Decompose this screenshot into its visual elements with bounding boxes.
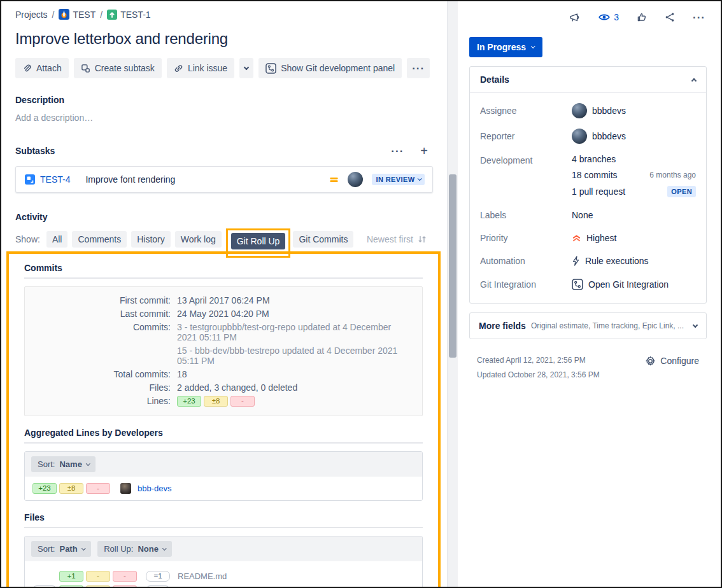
issue-sidebar: 3 ··· In Progress Details bbox=[458, 1, 721, 587]
link-issue-button[interactable]: Link issue bbox=[167, 58, 234, 78]
dev-lines-deleted-badge: - bbox=[86, 483, 110, 494]
attach-button[interactable]: Attach bbox=[15, 58, 69, 78]
subtask-key-link[interactable]: TEST-4 bbox=[40, 174, 70, 185]
sidebar-more-button[interactable]: ··· bbox=[691, 11, 707, 24]
subtask-summary: Improve font rendering bbox=[85, 174, 329, 185]
git-integration-value[interactable]: Open Git Integration bbox=[572, 279, 696, 290]
commits-heading: Commits bbox=[24, 263, 423, 273]
git-integration-text: Open Git Integration bbox=[588, 279, 669, 290]
status-dropdown-button[interactable]: In Progress bbox=[469, 37, 542, 57]
lines-deleted-badge: - bbox=[230, 396, 255, 407]
ellipsis-icon: ··· bbox=[391, 145, 404, 157]
sort-arrows-icon bbox=[418, 235, 427, 244]
tab-git-roll-up[interactable]: Git Roll Up bbox=[231, 233, 286, 249]
description-placeholder[interactable]: Add a description… bbox=[15, 113, 438, 123]
watch-button[interactable]: 3 bbox=[597, 11, 620, 24]
main-content: Projects / TEST / TEST-1 Improve letterb… bbox=[1, 1, 447, 587]
chevron-down-icon bbox=[81, 546, 85, 550]
last-commit-value: 24 May 2021 04:20 PM bbox=[177, 309, 413, 319]
link-issue-dropdown-button[interactable] bbox=[239, 58, 253, 78]
tab-comments[interactable]: Comments bbox=[72, 231, 127, 248]
chevron-down-icon bbox=[418, 176, 421, 180]
sort-order-label: Newest first bbox=[367, 234, 413, 244]
subtasks-more-button[interactable]: ··· bbox=[388, 144, 406, 158]
configure-button[interactable]: Configure bbox=[641, 353, 703, 368]
activity-heading: Activity bbox=[15, 212, 438, 222]
more-fields-summary: Original estimate, Time tracking, Epic L… bbox=[531, 321, 688, 330]
last-commit-label: Last commit: bbox=[34, 309, 171, 319]
assignee-avatar bbox=[572, 103, 587, 118]
issue-actions: 3 ··· bbox=[469, 9, 707, 25]
commits-link[interactable]: 18 commits bbox=[572, 170, 618, 180]
files-label: Files: bbox=[34, 382, 171, 393]
sort-order-button[interactable]: Newest first bbox=[367, 234, 438, 244]
file-lines-deleted: - bbox=[113, 571, 137, 582]
subtask-assignee-avatar[interactable] bbox=[348, 172, 363, 187]
developers-panel: Sort: Name +23 ±8 - bbb-devs bbox=[24, 451, 423, 501]
subtasks-heading: Subtasks bbox=[15, 146, 55, 156]
commits-summary-panel: First commit: 13 April 2017 06:24 PM Las… bbox=[24, 286, 423, 416]
feedback-button[interactable] bbox=[568, 11, 582, 24]
automation-value[interactable]: Rule executions bbox=[572, 256, 696, 266]
tab-all[interactable]: All bbox=[46, 231, 68, 248]
files-value: 2 added, 3 changed, 0 deleted bbox=[177, 382, 413, 393]
breadcrumb-issue-key[interactable]: TEST-1 bbox=[120, 10, 150, 20]
priority-value[interactable]: Highest bbox=[572, 233, 696, 243]
priority-name: Highest bbox=[586, 233, 616, 243]
details-card: Details Assignee bbbdevs Reporter bbbdev… bbox=[469, 66, 707, 304]
section-divider bbox=[24, 527, 423, 528]
thumbs-up-icon bbox=[637, 12, 647, 22]
developers-heading: Aggregated Lines by Developers bbox=[24, 428, 423, 438]
toolbar-more-button[interactable]: ··· bbox=[407, 58, 430, 78]
chevron-down-icon bbox=[162, 546, 166, 550]
pull-request-link[interactable]: 1 pull request bbox=[572, 186, 625, 197]
scrollbar-thumb[interactable] bbox=[449, 174, 457, 358]
developers-sort-dropdown[interactable]: Sort: Name bbox=[31, 456, 96, 472]
tab-git-commits[interactable]: Git Commits bbox=[293, 231, 353, 248]
lines-added-badge: +23 bbox=[177, 396, 201, 407]
file-row: +1 - - =1 README.md bbox=[32, 570, 414, 582]
breadcrumb-project[interactable]: TEST bbox=[73, 10, 96, 20]
create-subtask-button[interactable]: Create subtask bbox=[74, 58, 162, 78]
share-button[interactable] bbox=[663, 11, 676, 24]
vote-button[interactable] bbox=[635, 11, 648, 24]
show-git-panel-button[interactable]: Show Git development panel bbox=[258, 58, 402, 78]
reporter-label: Reporter bbox=[480, 131, 572, 141]
total-commits-value: 18 bbox=[177, 369, 413, 379]
details-header[interactable]: Details bbox=[470, 67, 706, 93]
activity-filter-bar: Show: All Comments History Work log Git … bbox=[15, 228, 438, 250]
assignee-value[interactable]: bbbdevs bbox=[572, 103, 696, 118]
show-git-panel-label: Show Git development panel bbox=[281, 63, 395, 73]
breadcrumb-projects[interactable]: Projects bbox=[15, 10, 48, 20]
file-lines-added: +1 bbox=[59, 585, 83, 587]
file-lines-added: +1 bbox=[59, 571, 83, 582]
commits-repo-1: 3 - testgroupbbb/test-org-repo updated a… bbox=[177, 322, 413, 342]
reporter-name: bbbdevs bbox=[592, 131, 626, 141]
tab-work-log[interactable]: Work log bbox=[175, 231, 222, 248]
subtask-row[interactable]: TEST-4 Improve font rendering IN REVIEW bbox=[15, 166, 433, 193]
more-fields-card[interactable]: More fields Original estimate, Time trac… bbox=[469, 312, 707, 339]
jira-issue-window: Projects / TEST / TEST-1 Improve letterb… bbox=[0, 0, 722, 588]
first-commit-value: 13 April 2017 06:24 PM bbox=[177, 295, 413, 305]
watchers-count: 3 bbox=[614, 12, 619, 22]
files-rollup-dropdown[interactable]: Roll Up: None bbox=[97, 541, 172, 557]
file-commit-count: 13 bbox=[32, 585, 57, 587]
add-subtask-button[interactable]: + bbox=[418, 143, 430, 158]
priority-highest-icon bbox=[572, 234, 581, 242]
tab-history[interactable]: History bbox=[131, 231, 171, 248]
breadcrumb: Projects / TEST / TEST-1 bbox=[15, 9, 438, 20]
page-title: Improve letterbox and rendering bbox=[15, 30, 438, 48]
git-integration-icon bbox=[572, 279, 583, 290]
priority-label: Priority bbox=[480, 233, 572, 243]
rollup-label: Roll Up: bbox=[104, 544, 133, 554]
attach-label: Attach bbox=[36, 63, 62, 73]
labels-value[interactable]: None bbox=[572, 210, 696, 220]
developer-name-link[interactable]: bbb-devs bbox=[138, 484, 171, 493]
branches-link[interactable]: 4 branches bbox=[572, 154, 616, 164]
priority-medium-icon bbox=[329, 175, 339, 185]
commits-repo-2: 15 - bbb-dev/bbb-testrepo updated at 4 D… bbox=[177, 346, 413, 366]
toolbar: Attach Create subtask Link issue bbox=[15, 58, 438, 78]
files-sort-dropdown[interactable]: Sort: Path bbox=[31, 541, 91, 557]
subtask-status-badge[interactable]: IN REVIEW bbox=[372, 174, 425, 185]
reporter-value[interactable]: bbbdevs bbox=[572, 129, 696, 144]
